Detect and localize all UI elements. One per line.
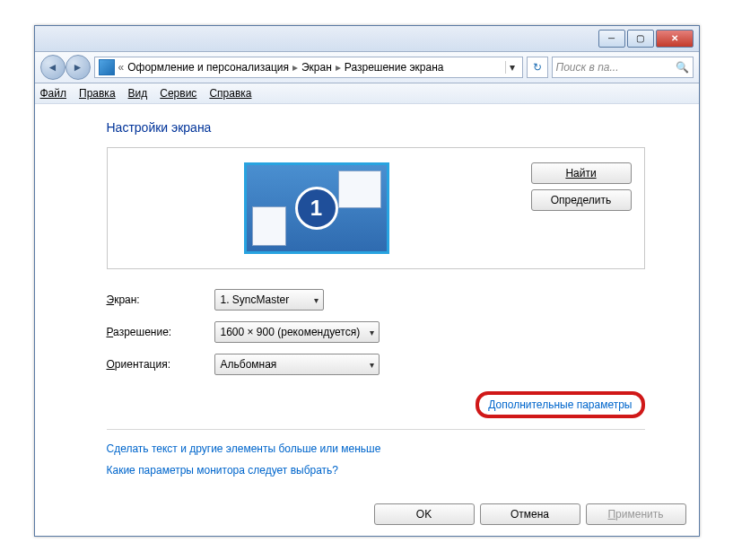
cancel-button[interactable]: Отмена bbox=[480, 503, 580, 525]
advanced-settings-link[interactable]: Дополнительные параметры bbox=[488, 398, 632, 411]
find-button[interactable]: Найти bbox=[531, 162, 632, 184]
breadcrumb-dropdown[interactable]: ▾ bbox=[505, 61, 519, 74]
orientation-row: Ориентация: Альбомная bbox=[107, 354, 645, 375]
dialog-buttons: OK Отмена Применить bbox=[35, 493, 699, 536]
advanced-link-highlight: Дополнительные параметры bbox=[476, 391, 644, 418]
detect-button[interactable]: Определить bbox=[531, 189, 632, 211]
page-title: Настройки экрана bbox=[107, 120, 645, 135]
preview-window-icon bbox=[338, 171, 381, 208]
refresh-button[interactable]: ↻ bbox=[527, 57, 548, 78]
display-row: Экран: 1. SyncMaster bbox=[107, 289, 645, 311]
apply-button: Применить bbox=[586, 503, 686, 525]
breadcrumb-seg-2[interactable]: Экран bbox=[301, 61, 332, 74]
maximize-button[interactable]: ▢ bbox=[627, 30, 654, 48]
preview-buttons: Найти Определить bbox=[531, 162, 632, 254]
resolution-combo[interactable]: 1600 × 900 (рекомендуется) bbox=[214, 321, 380, 343]
control-panel-icon bbox=[99, 59, 115, 75]
advanced-link-row: Дополнительные параметры bbox=[107, 391, 645, 418]
display-combo[interactable]: 1. SyncMaster bbox=[214, 289, 324, 311]
orientation-combo[interactable]: Альбомная bbox=[214, 354, 380, 375]
menu-view[interactable]: Вид bbox=[128, 87, 148, 100]
monitor-number-badge: 1 bbox=[295, 187, 338, 230]
menu-help[interactable]: Справка bbox=[209, 87, 251, 100]
monitor-preview-box: 1 Найти Определить bbox=[107, 147, 645, 269]
chevron-right-icon: ▸ bbox=[334, 61, 343, 74]
display-label: Экран: bbox=[107, 293, 214, 306]
resolution-row: Разрешение: 1600 × 900 (рекомендуется) bbox=[107, 321, 645, 343]
divider bbox=[107, 429, 645, 430]
nav-forward-button[interactable]: ► bbox=[65, 55, 91, 80]
titlebar: ─ ▢ ✕ bbox=[35, 26, 699, 52]
nav-back-button[interactable]: ◄ bbox=[40, 55, 65, 80]
monitor-thumbnail[interactable]: 1 bbox=[244, 162, 389, 254]
address-breadcrumb[interactable]: « Оформление и персонализация ▸ Экран ▸ … bbox=[94, 57, 523, 78]
chevron-right-icon: ▸ bbox=[291, 61, 300, 74]
breadcrumb-seg-1[interactable]: Оформление и персонализация bbox=[127, 61, 289, 74]
search-input[interactable]: Поиск в па... 🔍 bbox=[552, 57, 694, 78]
ok-button[interactable]: OK bbox=[374, 503, 475, 525]
content-area: Настройки экрана 1 Найти Определить Экра… bbox=[35, 104, 699, 493]
search-placeholder: Поиск в па... bbox=[556, 61, 619, 74]
preview-window-icon bbox=[252, 206, 286, 246]
menubar: Файл Правка Вид Сервис Справка bbox=[35, 83, 699, 104]
search-icon: 🔍 bbox=[676, 61, 689, 74]
navbar: ◄ ► « Оформление и персонализация ▸ Экра… bbox=[35, 52, 699, 83]
menu-edit[interactable]: Правка bbox=[79, 87, 116, 100]
menu-tools[interactable]: Сервис bbox=[160, 87, 196, 100]
control-panel-window: ─ ▢ ✕ ◄ ► « Оформление и персонализация … bbox=[34, 25, 700, 537]
nav-arrows: ◄ ► bbox=[40, 55, 91, 80]
resolution-label: Разрешение: bbox=[107, 326, 214, 338]
breadcrumb-sep: « bbox=[117, 61, 127, 74]
which-settings-link[interactable]: Какие параметры монитора следует выбрать… bbox=[107, 464, 339, 477]
monitor-preview-area[interactable]: 1 bbox=[120, 162, 513, 254]
orientation-label: Ориентация: bbox=[107, 358, 214, 371]
close-button[interactable]: ✕ bbox=[656, 30, 694, 48]
menu-file[interactable]: Файл bbox=[40, 87, 67, 100]
text-size-link[interactable]: Сделать текст и другие элементы больше и… bbox=[107, 442, 381, 455]
breadcrumb-seg-3[interactable]: Разрешение экрана bbox=[345, 61, 444, 74]
minimize-button[interactable]: ─ bbox=[598, 30, 625, 48]
